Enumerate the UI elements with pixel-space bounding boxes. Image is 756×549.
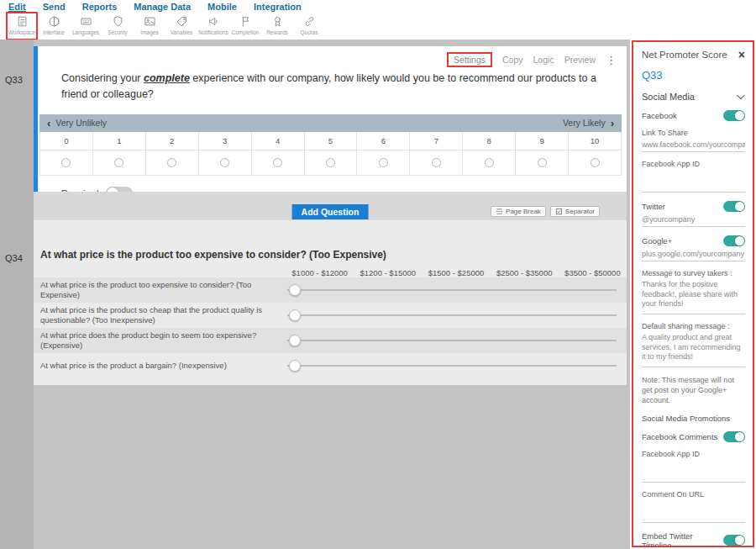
social-media-section-header[interactable]: Social Media (642, 92, 745, 102)
toolbar-label: Languages (72, 29, 99, 35)
twitter-toggle[interactable] (723, 201, 745, 212)
facebook-app-id-2-input[interactable] (642, 460, 745, 483)
twitter-handle-input[interactable] (642, 214, 745, 227)
facebook-app-id-label: Facebook App ID (642, 160, 745, 168)
nps-radio-cell (357, 150, 410, 176)
separator-icon (555, 208, 563, 215)
workspace-icon (16, 15, 29, 28)
menu-send[interactable]: Send (43, 2, 66, 13)
radio-button[interactable] (485, 158, 494, 167)
toolbar-interface[interactable]: Interface (39, 13, 69, 40)
nps-number: 9 (516, 132, 569, 150)
preview-button[interactable]: Preview (564, 55, 596, 65)
embed-twitter-timeline-toggle[interactable] (723, 535, 745, 546)
toolbar-variables[interactable]: Variables (166, 13, 197, 40)
default-sharing-message-label: Default sharing message : (642, 322, 745, 330)
nps-number: 7 (410, 132, 463, 150)
radio-button[interactable] (591, 158, 600, 167)
toolbar-completion[interactable]: Completion (230, 13, 260, 40)
between-questions-band: Add Question Page Break Separator (34, 192, 627, 220)
page-break-label: Page Break (506, 208, 541, 215)
facebook-toggle[interactable] (723, 110, 745, 121)
slider-track[interactable] (287, 365, 617, 367)
nps-scale-header: ‹Very Unlikely Very Likely› (39, 114, 622, 132)
nps-radio-cell (463, 150, 516, 176)
slider-row: At what price is the product a bargain? … (34, 353, 627, 378)
slider-track[interactable] (287, 340, 617, 341)
toolbar-label: Images (140, 29, 158, 35)
radio-button[interactable] (326, 158, 335, 167)
radio-button[interactable] (61, 158, 71, 167)
facebook-comments-toggle[interactable] (723, 431, 745, 442)
toolbar-images[interactable]: Images (134, 13, 165, 40)
logic-button[interactable]: Logic (533, 55, 554, 65)
google-plus-toggle[interactable] (723, 235, 745, 246)
google-plus-label: Google+ (642, 236, 672, 245)
facebook-app-id-input[interactable] (642, 170, 745, 193)
add-question-button[interactable]: Add Question (292, 204, 369, 219)
settings-button[interactable]: Settings (447, 52, 492, 67)
toolbar-notifications[interactable]: Notifications (198, 13, 228, 40)
facebook-label: Facebook (642, 111, 677, 120)
price-slider (287, 360, 617, 372)
security-icon (112, 15, 124, 28)
toolbar-label: Quotas (301, 29, 318, 35)
radio-button[interactable] (538, 158, 547, 167)
copy-button[interactable]: Copy (502, 55, 523, 65)
close-icon[interactable]: × (738, 49, 745, 61)
slider-row-label: At what price is the product too expensi… (34, 280, 286, 301)
slider-track[interactable] (287, 314, 617, 316)
nps-number: 1 (93, 132, 146, 150)
toolbar-label: Variables (171, 29, 193, 35)
radio-button[interactable] (114, 158, 123, 167)
more-options-icon[interactable]: ⋮ (606, 54, 617, 66)
header-spacer (34, 268, 286, 277)
chevron-right-icon[interactable]: › (611, 117, 614, 129)
nps-number: 6 (357, 132, 410, 150)
radio-button[interactable] (379, 158, 388, 167)
toolbar-workspace[interactable]: Workspace (7, 13, 37, 40)
separator-button[interactable]: Separator (550, 206, 600, 217)
slider-row: At what price does the product begin to … (34, 328, 627, 353)
toolbar-rewards[interactable]: Rewards (262, 13, 292, 40)
price-range-header: $2500 - $35000 (491, 268, 559, 277)
google-plus-note: Note: This message will not get post on … (642, 375, 745, 405)
slider-handle[interactable] (289, 284, 301, 296)
interface-icon (48, 15, 60, 28)
link-to-share-input[interactable] (642, 139, 745, 152)
radio-button[interactable] (273, 158, 282, 167)
menu-manage-data[interactable]: Manage Data (134, 2, 191, 13)
slider-handle[interactable] (289, 309, 301, 321)
toolbar-quotas[interactable]: Quotas (294, 13, 324, 40)
q34-column-headers: $1000 - $12000 $1200 - $15000 $1500 - $2… (34, 268, 627, 277)
slider-handle[interactable] (289, 360, 301, 372)
slider-track[interactable] (287, 289, 617, 291)
price-range-header: $1200 - $15000 (354, 268, 422, 277)
slider-row: At what price is the product so cheap th… (34, 303, 627, 328)
images-icon (144, 15, 156, 28)
radio-button[interactable] (432, 158, 441, 167)
slider-handle[interactable] (289, 335, 301, 346)
toolbar-languages[interactable]: Languages (71, 13, 101, 40)
message-to-survey-takers-input[interactable]: Thanks for the positive feedback!, pleas… (642, 280, 745, 314)
comment-on-url-input[interactable] (642, 500, 745, 523)
toolbar-security[interactable]: Security (102, 13, 133, 40)
page-break-button[interactable]: Page Break (491, 206, 546, 217)
panel-question-link[interactable]: Q33 (642, 69, 745, 82)
slider-row-label: At what price is the product so cheap th… (34, 305, 286, 326)
question-card-q33: Settings Copy Logic Preview ⋮ Considerin… (34, 46, 627, 192)
radio-button[interactable] (220, 158, 229, 167)
message-to-survey-takers-label: Message to survey takers : (642, 269, 745, 277)
menu-integration[interactable]: Integration (254, 2, 302, 13)
menu-reports[interactable]: Reports (82, 2, 118, 13)
google-plus-url-input[interactable] (642, 248, 745, 261)
menu-mobile[interactable]: Mobile (207, 2, 237, 13)
default-sharing-message-input[interactable]: A quality product and great services, I … (642, 333, 745, 367)
menu-edit[interactable]: Edit (8, 2, 26, 13)
languages-icon (80, 15, 92, 28)
radio-button[interactable] (167, 158, 176, 167)
chevron-left-icon[interactable]: ‹ (47, 117, 50, 129)
separator-label: Separator (565, 208, 595, 215)
nps-radio-cell (93, 150, 146, 176)
social-media-promotions-label: Social Media Promotions (642, 414, 745, 423)
